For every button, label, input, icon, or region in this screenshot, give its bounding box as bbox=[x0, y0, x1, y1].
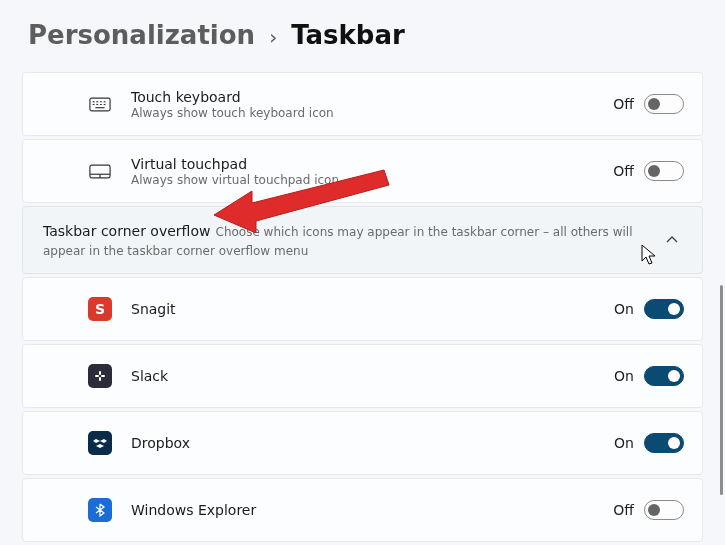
breadcrumb-parent[interactable]: Personalization bbox=[28, 20, 255, 50]
breadcrumb-separator: › bbox=[269, 25, 277, 49]
app-icon-snagit: S bbox=[87, 296, 113, 322]
touchpad-icon bbox=[87, 158, 113, 184]
toggle-state-label: Off bbox=[613, 96, 634, 112]
row-virtual-touchpad[interactable]: Virtual touchpad Always show virtual tou… bbox=[22, 139, 703, 203]
row-app-dropbox[interactable]: Dropbox On bbox=[22, 411, 703, 475]
settings-list: Touch keyboard Always show touch keyboar… bbox=[22, 72, 703, 545]
row-sub: Always show virtual touchpad icon bbox=[131, 173, 613, 187]
app-name: Slack bbox=[131, 368, 614, 384]
row-touch-keyboard[interactable]: Touch keyboard Always show touch keyboar… bbox=[22, 72, 703, 136]
svg-rect-13 bbox=[95, 375, 99, 377]
toggle-snagit[interactable] bbox=[644, 299, 684, 319]
svg-marker-19 bbox=[96, 444, 104, 448]
toggle-state-label: On bbox=[614, 435, 634, 451]
svg-rect-15 bbox=[99, 371, 101, 375]
toggle-state-label: On bbox=[614, 301, 634, 317]
app-name: Dropbox bbox=[131, 435, 614, 451]
toggle-state-label: Off bbox=[613, 163, 634, 179]
row-app-slack[interactable]: Slack On bbox=[22, 344, 703, 408]
row-app-snagit[interactable]: S Snagit On bbox=[22, 277, 703, 341]
section-title: Taskbar corner overflow bbox=[43, 223, 210, 239]
row-app-windows-explorer[interactable]: Windows Explorer Off bbox=[22, 478, 703, 542]
toggle-windows-explorer[interactable] bbox=[644, 500, 684, 520]
svg-marker-17 bbox=[93, 439, 100, 443]
toggle-slack[interactable] bbox=[644, 366, 684, 386]
svg-rect-16 bbox=[99, 377, 101, 381]
toggle-touch-keyboard[interactable] bbox=[644, 94, 684, 114]
toggle-dropbox[interactable] bbox=[644, 433, 684, 453]
app-name: Snagit bbox=[131, 301, 614, 317]
row-title: Virtual touchpad bbox=[131, 156, 613, 172]
app-name: Windows Explorer bbox=[131, 502, 613, 518]
row-sub: Always show touch keyboard icon bbox=[131, 106, 613, 120]
toggle-state-label: On bbox=[614, 368, 634, 384]
app-icon-dropbox bbox=[87, 430, 113, 456]
section-taskbar-overflow[interactable]: Taskbar corner overflow Choose which ico… bbox=[22, 206, 703, 274]
app-icon-bluetooth bbox=[87, 497, 113, 523]
breadcrumb: Personalization › Taskbar bbox=[28, 20, 703, 50]
svg-marker-18 bbox=[100, 439, 107, 443]
breadcrumb-current: Taskbar bbox=[291, 20, 405, 50]
row-title: Touch keyboard bbox=[131, 89, 613, 105]
toggle-state-label: Off bbox=[613, 502, 634, 518]
svg-rect-14 bbox=[101, 375, 105, 377]
scrollbar[interactable] bbox=[720, 285, 723, 495]
chevron-up-icon bbox=[660, 228, 684, 252]
toggle-virtual-touchpad[interactable] bbox=[644, 161, 684, 181]
keyboard-icon bbox=[87, 91, 113, 117]
app-icon-slack bbox=[87, 363, 113, 389]
